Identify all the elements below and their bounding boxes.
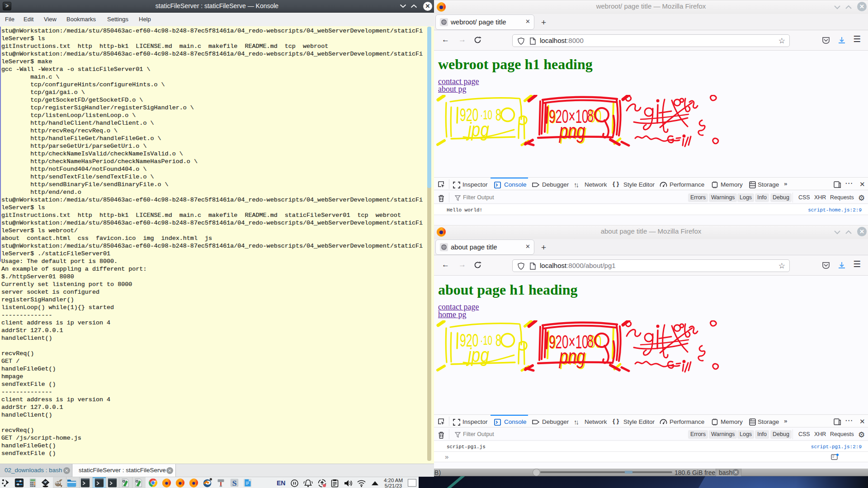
svg-text:png: png	[558, 119, 585, 143]
svg-text:jpg: jpg	[466, 344, 489, 366]
svg-text:jpg: jpg	[466, 118, 489, 141]
svg-text:8: 8	[495, 331, 501, 350]
svg-text:png: png	[558, 345, 585, 368]
svg-text:8: 8	[495, 105, 501, 124]
svg-text:8: 8	[587, 331, 594, 351]
svg-text:8: 8	[587, 106, 594, 126]
